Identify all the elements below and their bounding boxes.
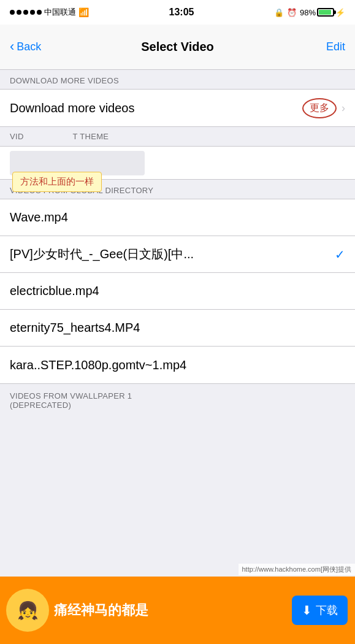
wifi-icon: 📶 xyxy=(78,7,89,17)
video-name: Wave.mp4 xyxy=(10,210,68,224)
download-more-list: Download more videos 更多 › xyxy=(0,89,355,127)
partial-header-row: VID T THEME xyxy=(0,127,355,146)
download-more-item[interactable]: Download more videos 更多 › xyxy=(0,90,355,126)
list-item[interactable]: electricblue.mp4 xyxy=(0,273,355,310)
vwallpaper-header: VIDEOS FROM VWALLPAPER 1 (DEPRECATED) xyxy=(0,385,355,413)
edit-button[interactable]: Edit xyxy=(326,40,345,53)
back-chevron-icon: ‹ xyxy=(10,39,14,55)
partial-header-vid: VID xyxy=(10,132,24,141)
chevron-right-icon: › xyxy=(342,102,345,115)
download-more-header: DOWNLOAD MORE VIDEOS xyxy=(0,70,355,89)
signal-dots xyxy=(10,10,42,15)
more-bubble-annotation: 更多 xyxy=(302,98,337,118)
status-bar: 中国联通 📶 13:05 🔒 ⏰ 98% ⚡ xyxy=(0,0,355,25)
battery-percent: 98% xyxy=(300,8,316,17)
lock-icon: 🔒 xyxy=(274,8,284,17)
status-right: 🔒 ⏰ 98% ⚡ xyxy=(274,8,345,17)
list-item[interactable]: eternity75_hearts4.MP4 xyxy=(0,310,355,347)
back-button[interactable]: ‹ Back xyxy=(10,40,41,55)
video-name: [PV]少女时代_-_Gee(日文版)[中... xyxy=(10,246,194,263)
battery-icon xyxy=(317,8,334,17)
checkmark-icon: ✓ xyxy=(335,247,345,262)
download-label: 下载 xyxy=(316,603,338,618)
partial-header-theme: T THEME xyxy=(73,132,109,141)
list-item[interactable]: kara..STEP.1080p.gomtv~1.mp4 xyxy=(0,347,355,383)
alarm-icon: ⏰ xyxy=(287,8,297,17)
ad-download-button[interactable]: ⬇ 下载 xyxy=(292,596,348,625)
ad-avatar: 👧 xyxy=(6,589,49,632)
download-more-text: Download more videos xyxy=(10,101,134,115)
bolt-icon: ⚡ xyxy=(335,8,345,17)
page-title: Select Video xyxy=(141,40,214,54)
video-name: electricblue.mp4 xyxy=(10,284,99,298)
annotation-note: 方法和上面的一样 xyxy=(12,172,102,192)
ad-text: 痛经神马的都是 xyxy=(49,601,292,619)
battery-fill xyxy=(319,10,331,15)
status-left: 中国联通 📶 xyxy=(10,7,89,18)
list-item[interactable]: [PV]少女时代_-_Gee(日文版)[中... ✓ xyxy=(0,236,355,273)
video-name: eternity75_hearts4.MP4 xyxy=(10,321,140,335)
carrier-label: 中国联通 xyxy=(44,7,76,18)
status-time: 13:05 xyxy=(169,7,194,18)
ad-banner: 👧 痛经神马的都是 ⬇ 下载 xyxy=(0,577,355,644)
watermark: http://www.hackhome.com[网侠]提供 xyxy=(239,564,356,575)
download-icon: ⬇ xyxy=(302,603,312,618)
video-name: kara..STEP.1080p.gomtv~1.mp4 xyxy=(10,358,186,372)
navigation-bar: ‹ Back Select Video Edit xyxy=(0,25,355,70)
list-item[interactable]: Wave.mp4 xyxy=(0,199,355,236)
battery-container: 98% ⚡ xyxy=(300,8,345,17)
back-label: Back xyxy=(17,40,41,53)
global-directory-list: Wave.mp4 [PV]少女时代_-_Gee(日文版)[中... ✓ elec… xyxy=(0,199,355,384)
